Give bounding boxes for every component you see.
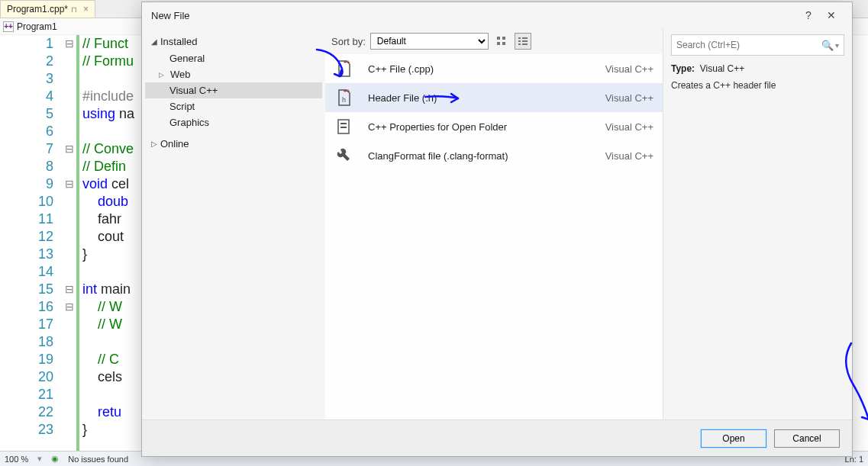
svg-rect-3 [502,42,505,45]
file-tab[interactable]: Program1.cpp* ⊓ × [0,0,95,18]
chevron-right-icon: ▷ [159,71,164,79]
search-box[interactable]: 🔍 ▾ [671,34,844,56]
cancel-button[interactable]: Cancel [774,429,840,448]
tab-label: Program1.cpp* [7,4,68,14]
tree-item-graphics[interactable]: Graphics [145,114,322,130]
tree-node-online[interactable]: ▷ Online [145,135,322,153]
svg-rect-7 [522,40,528,42]
dialog-titlebar: New File ? ✕ [142,2,852,28]
line-gutter: 1234567891011121314151617181920212223 [0,35,63,451]
template-panel: Sort by: Default ++ C++ File (.cpp) Visu… [325,28,663,419]
details-panel: 🔍 ▾ Type: Visual C++ Creates a C++ heade… [663,28,852,419]
template-row-cpp-file[interactable]: ++ C++ File (.cpp) Visual C++ [325,54,663,83]
svg-rect-1 [502,37,505,40]
tree-item-script[interactable]: Script [145,98,322,114]
svg-rect-9 [522,43,528,45]
svg-rect-14 [340,123,347,124]
help-icon[interactable]: ? [797,9,820,21]
breadcrumb-label[interactable]: Program1 [17,21,57,32]
dialog-close-icon[interactable]: ✕ [820,9,843,21]
file-icon: ++ [334,59,354,79]
tree-item-web[interactable]: ▷Web [145,66,322,82]
svg-rect-4 [518,37,521,39]
search-icon[interactable]: 🔍 [821,40,834,51]
template-row-cpp-properties[interactable]: C++ Properties for Open Folder Visual C+… [325,112,663,141]
svg-rect-5 [522,37,528,39]
new-file-dialog: New File ? ✕ ◢ Installed General ▷Web Vi… [141,2,853,457]
status-issues[interactable]: No issues found [68,455,128,464]
dialog-title: New File [151,10,190,21]
svg-rect-15 [340,127,347,128]
svg-text:++: ++ [344,59,350,65]
open-button[interactable]: Open [701,429,766,448]
category-tree: ◢ Installed General ▷Web Visual C++ Scri… [142,28,325,419]
chevron-right-icon: ▷ [151,140,157,148]
file-icon: ++h [334,88,354,108]
tree-node-installed[interactable]: ◢ Installed [145,33,322,50]
template-list: ++ C++ File (.cpp) Visual C++ ++h Header… [325,54,663,419]
tree-item-visual-cpp[interactable]: Visual C++ [145,82,322,98]
zoom-level[interactable]: 100 % [5,455,28,464]
fold-gutter[interactable]: ⊟⊟⊟⊟⊟ [63,35,76,451]
svg-rect-6 [518,40,521,42]
tree-item-general[interactable]: General [145,50,322,66]
search-input[interactable] [676,40,821,50]
close-icon[interactable]: × [83,4,89,14]
template-row-header-file[interactable]: ++h Header File (.h) Visual C++ [325,83,663,112]
sortby-select[interactable]: Default [370,33,489,50]
svg-text:++: ++ [344,88,350,94]
template-toolbar: Sort by: Default [325,28,663,54]
sortby-label: Sort by: [331,36,366,47]
check-icon: ◉ [51,454,59,464]
dialog-button-row: Open Cancel [142,419,852,456]
list-view-icon[interactable] [515,33,531,50]
chevron-down-icon: ◢ [151,37,157,46]
svg-rect-0 [497,37,500,40]
wrench-icon [334,146,354,166]
detail-description: Creates a C++ header file [671,80,844,91]
properties-icon [334,117,354,137]
svg-rect-2 [497,42,500,45]
detail-type: Type: Visual C++ [671,63,844,74]
grid-view-icon[interactable] [493,33,510,50]
template-row-clangformat[interactable]: ClangFormat file (.clang-format) Visual … [325,141,663,170]
pin-icon[interactable]: ⊓ [71,5,77,14]
svg-rect-8 [518,43,521,45]
cpp-icon: ++ [3,21,14,32]
svg-text:h: h [342,96,346,104]
